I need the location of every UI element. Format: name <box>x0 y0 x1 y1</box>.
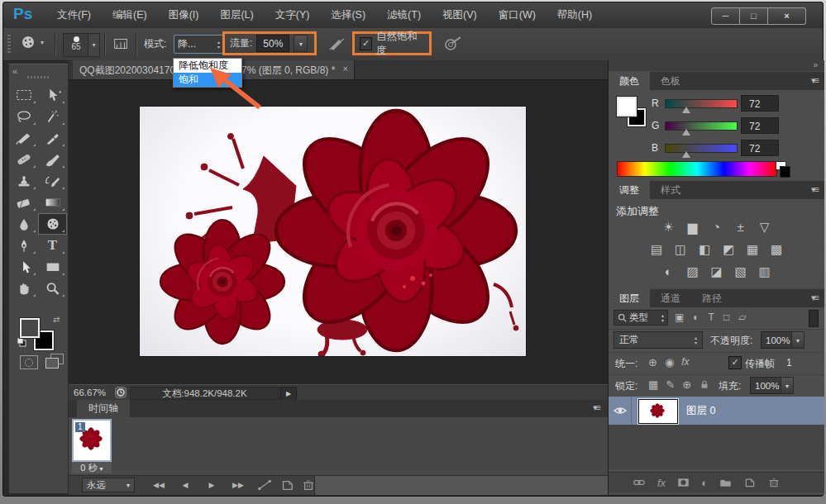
eyedropper-tool[interactable] <box>38 127 67 149</box>
maximize-button[interactable]: □ <box>740 7 768 25</box>
opacity-dropdown[interactable]: ▼ <box>791 331 805 349</box>
filter-on-off-toggle[interactable] <box>809 310 819 327</box>
red-slider-thumb[interactable] <box>682 107 690 113</box>
delete-frame-button[interactable] <box>301 478 316 492</box>
frame-thumbnail[interactable]: 1 <box>72 419 112 462</box>
airbrush-toggle[interactable] <box>327 36 347 52</box>
filter-menu[interactable]: 滤镜(T) <box>376 2 432 28</box>
invert-icon[interactable]: ◐ <box>661 265 677 278</box>
lock-paint-icon[interactable]: ✎ <box>666 378 675 391</box>
vibrance-icon[interactable]: ▽ <box>757 221 773 234</box>
tab-channels[interactable]: 通道 <box>650 289 691 307</box>
healing-brush-tool[interactable] <box>9 149 38 170</box>
status-expand-button[interactable]: ▶ <box>280 387 297 401</box>
color-panel-menu-icon[interactable]: ▾≡ <box>811 75 818 86</box>
timeline-tab[interactable]: 时间轴 <box>77 400 130 417</box>
brightness-contrast-icon[interactable]: ☀ <box>661 221 677 234</box>
sponge-tool-selected[interactable] <box>38 213 67 235</box>
hand-tool[interactable] <box>9 278 38 299</box>
layer-style-icon[interactable]: fx <box>657 477 666 489</box>
color-spectrum-ramp[interactable] <box>617 161 777 177</box>
layer-row-selected[interactable]: 图层 0 <box>609 397 824 425</box>
blur-tool[interactable] <box>9 213 38 235</box>
mode-select[interactable]: 降... ▴▾ <box>174 35 224 54</box>
animation-frame[interactable]: 1 0 秒 ▾ <box>72 419 112 473</box>
unify-position-icon[interactable]: ⊕ <box>648 356 657 368</box>
curves-icon[interactable]: ◔ <box>709 221 725 234</box>
opacity-input[interactable]: 100% <box>761 331 792 349</box>
add-mask-icon[interactable] <box>676 477 690 488</box>
edit-menu[interactable]: 编辑(E) <box>102 2 158 28</box>
filter-smart-object-icon[interactable]: ▱ <box>738 310 746 326</box>
green-slider-thumb[interactable] <box>682 129 690 136</box>
magic-wand-tool[interactable] <box>38 106 67 127</box>
previous-frame-button[interactable]: ◀ <box>174 478 196 492</box>
screen-mode-button[interactable] <box>45 354 64 368</box>
posterize-icon[interactable]: ▨ <box>685 265 701 278</box>
minimize-button[interactable]: ─ <box>711 7 740 25</box>
tab-close-icon[interactable]: × <box>343 64 348 74</box>
levels-icon[interactable]: ▆ <box>685 221 701 234</box>
gradient-tool[interactable] <box>38 192 67 213</box>
type-menu[interactable]: 文字(Y) <box>265 2 321 28</box>
tab-layers[interactable]: 图层 <box>609 289 650 307</box>
filter-shape-icon[interactable]: □ <box>723 310 729 326</box>
play-button[interactable]: ▶ <box>201 478 222 492</box>
tab-color[interactable]: 颜色 <box>609 72 650 90</box>
exposure-icon[interactable]: ± <box>733 221 749 234</box>
new-adjustment-icon[interactable]: ◐ <box>701 477 708 489</box>
path-select-tool[interactable] <box>9 256 38 278</box>
close-button[interactable]: × <box>768 7 806 25</box>
black-white-icon[interactable]: ◧ <box>696 243 713 256</box>
flow-input[interactable]: 50% <box>256 35 289 52</box>
color-balance-icon[interactable]: ◫ <box>672 243 689 256</box>
layer-visibility-cell[interactable] <box>609 397 632 425</box>
new-layer-icon[interactable] <box>743 477 757 488</box>
move-tool[interactable] <box>38 84 67 106</box>
filter-adjustment-icon[interactable]: ◐ <box>693 310 699 326</box>
tab-paths[interactable]: 路径 <box>691 289 733 307</box>
quick-mask-button[interactable] <box>20 355 38 369</box>
blue-value-input[interactable]: 72 <box>741 140 779 156</box>
threshold-icon[interactable]: ◪ <box>709 265 725 278</box>
layer-name[interactable]: 图层 0 <box>686 397 715 425</box>
tab-swatches[interactable]: 色板 <box>650 72 691 90</box>
propagate-checkbox[interactable]: ✓ <box>728 356 742 369</box>
channel-mixer-icon[interactable]: ▦ <box>744 243 761 256</box>
blend-mode-select[interactable]: 正常 ▴▾ <box>614 331 703 349</box>
collapse-arrows-icon[interactable]: « <box>12 66 17 76</box>
selective-color-icon[interactable]: ▥ <box>757 265 773 278</box>
first-frame-button[interactable]: ◀◀ <box>148 478 169 492</box>
zoom-tool[interactable] <box>38 278 67 299</box>
lasso-tool[interactable] <box>9 106 38 127</box>
green-value-input[interactable]: 72 <box>741 117 779 134</box>
blue-slider-thumb[interactable] <box>682 151 690 158</box>
link-layers-icon[interactable] <box>632 477 647 488</box>
brush-tool[interactable] <box>38 149 67 170</box>
zoom-level-input[interactable]: 66.67% <box>74 388 106 397</box>
layer-thumbnail[interactable] <box>638 399 678 424</box>
color-lookup-icon[interactable]: ▩ <box>768 243 785 256</box>
unify-visibility-icon[interactable]: ◉ <box>665 356 674 368</box>
new-frame-button[interactable] <box>279 478 294 492</box>
tab-styles[interactable]: 样式 <box>650 181 691 199</box>
image-menu[interactable]: 图像(I) <box>158 2 210 28</box>
vibrance-checkbox[interactable]: ✓ <box>360 37 372 50</box>
loop-mode-select[interactable]: 永远 ▾ <box>82 478 135 492</box>
dock-collapse-icon[interactable]: » <box>609 60 824 71</box>
photo-filter-icon[interactable]: ◩ <box>720 243 737 256</box>
next-frame-button[interactable]: ▶▶ <box>227 478 249 492</box>
eraser-tool[interactable] <box>9 192 38 213</box>
brush-preview[interactable]: 65 <box>63 33 89 57</box>
lock-position-icon[interactable]: ⊕ <box>682 378 691 391</box>
new-group-icon[interactable] <box>719 477 733 488</box>
fill-dropdown[interactable]: ▼ <box>781 377 794 394</box>
green-slider[interactable] <box>665 121 738 131</box>
canvas[interactable] <box>140 107 526 356</box>
blue-slider[interactable] <box>665 144 738 153</box>
select-menu[interactable]: 选择(S) <box>320 2 376 28</box>
timeline-panel-menu-icon[interactable]: ▾≡ <box>593 402 599 413</box>
file-menu[interactable]: 文件(F) <box>46 2 102 28</box>
adjustments-panel-menu-icon[interactable]: ▾≡ <box>811 184 818 195</box>
pressure-toggle[interactable] <box>443 35 463 53</box>
